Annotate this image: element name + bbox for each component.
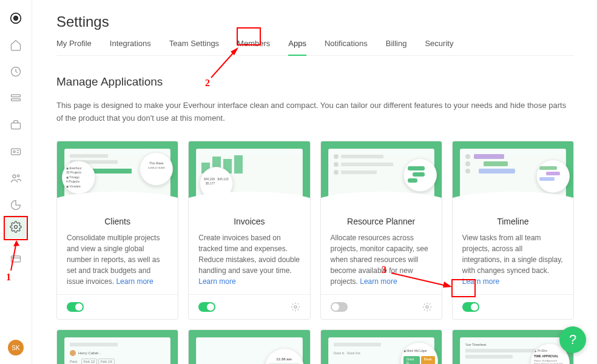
card-title: Timeline — [462, 217, 564, 226]
card-image: 11:36 am Task details: schedule assig... — [189, 330, 309, 364]
card-title: Invoices — [198, 217, 300, 226]
svg-point-1 — [14, 16, 18, 21]
toggle-clients[interactable] — [67, 302, 84, 312]
card-image: ◉ Everhour30 Projects◉ Trivago4 Projects… — [57, 141, 178, 208]
card-clients: ◉ Everhour30 Projects◉ Trivago4 Projects… — [56, 141, 178, 320]
card-timeline: Timeline View tasks from all team projec… — [452, 141, 574, 320]
gear-icon[interactable] — [291, 302, 300, 312]
team-icon[interactable] — [8, 171, 23, 186]
tab-team-settings[interactable]: Team Settings — [169, 39, 219, 55]
card-image — [453, 141, 573, 208]
page-title: Settings — [56, 13, 574, 30]
tab-integrations[interactable]: Integrations — [110, 39, 151, 55]
toggle-invoices[interactable] — [198, 302, 215, 312]
annotation-label-1: 1 — [6, 272, 11, 283]
card-image: $45,200 $45,123 $5,177 — [189, 141, 309, 208]
card-desc: Create invoices based on tracked time an… — [198, 232, 300, 287]
card-row2-2: 11:36 am Task details: schedule assig... — [188, 329, 310, 364]
tab-my-profile[interactable]: My Profile — [56, 39, 92, 55]
learn-more-link[interactable]: Learn more — [116, 277, 153, 286]
gear-icon[interactable] — [422, 302, 432, 312]
svg-rect-11 — [12, 256, 21, 262]
svg-point-7 — [13, 150, 15, 152]
learn-more-link[interactable]: Learn more — [462, 277, 499, 286]
card-image: Your Timesheet ◉ 7h 00m TIME APPROVAL St… — [453, 330, 573, 364]
svg-point-14 — [426, 306, 428, 308]
id-icon[interactable] — [8, 144, 23, 159]
projects-icon[interactable] — [8, 91, 23, 106]
card-desc: Consolidate multiple projects and view a… — [67, 232, 168, 287]
logo-icon[interactable] — [8, 11, 23, 25]
tab-notifications[interactable]: Notifications — [325, 39, 368, 55]
tab-apps[interactable]: Apps — [288, 39, 306, 55]
svg-point-13 — [294, 306, 297, 308]
wallet-icon[interactable] — [8, 251, 23, 266]
svg-rect-3 — [12, 95, 21, 96]
help-button[interactable]: ? — [559, 326, 586, 353]
card-row2-1: Harry Callah... Paid Feb 12 Feb 16 — [56, 329, 178, 364]
tab-security[interactable]: Security — [425, 39, 453, 55]
svg-rect-6 — [12, 149, 21, 155]
card-desc: View tasks from all team projects, acros… — [462, 232, 564, 287]
sidebar: SK — [0, 0, 32, 364]
annotation-label-2: 2 — [205, 78, 210, 89]
card-image: Clock In Clock Out ◉ Mark McColgar Clock… — [321, 330, 442, 364]
briefcase-icon[interactable] — [8, 118, 23, 132]
card-image: Harry Callah... Paid Feb 12 Feb 16 — [57, 330, 178, 364]
tab-members[interactable]: Members — [237, 39, 270, 55]
card-resource-planner: Resource Planner Allocate resources acro… — [320, 141, 442, 320]
card-desc: Allocate resources across projects, moni… — [331, 232, 432, 287]
svg-point-12 — [15, 226, 18, 229]
card-invoices: $45,200 $45,123 $5,177 Invoices Create i… — [188, 141, 310, 320]
toggle-resource-planner[interactable] — [331, 302, 348, 312]
section-desc: This page is designed to make your Everh… — [56, 99, 574, 125]
toggle-timeline[interactable] — [462, 302, 479, 312]
annotation-label-3: 3 — [382, 265, 386, 275]
app-cards: ◉ Everhour30 Projects◉ Trivago4 Projects… — [56, 141, 574, 364]
card-image — [321, 141, 442, 208]
card-row2-3: Clock In Clock Out ◉ Mark McColgar Clock… — [320, 329, 442, 364]
learn-more-link[interactable]: Learn more — [360, 277, 397, 286]
avatar[interactable]: SK — [8, 340, 24, 356]
svg-point-9 — [18, 175, 19, 177]
tabs: My Profile Integrations Team Settings Me… — [56, 39, 574, 56]
svg-rect-4 — [12, 99, 21, 101]
main-content: Settings My Profile Integrations Team Se… — [32, 0, 597, 364]
clock-icon[interactable] — [8, 64, 23, 79]
section-title: Manage Applications — [56, 75, 574, 89]
svg-point-8 — [13, 175, 16, 178]
piechart-icon[interactable] — [8, 198, 23, 212]
home-icon[interactable] — [8, 38, 23, 52]
learn-more-link[interactable]: Learn more — [198, 277, 235, 286]
svg-rect-5 — [12, 123, 21, 129]
settings-icon[interactable] — [4, 215, 27, 238]
card-title: Clients — [67, 217, 168, 226]
card-title: Resource Planner — [331, 217, 432, 226]
card-row2-4: Your Timesheet ◉ 7h 00m TIME APPROVAL St… — [452, 329, 574, 364]
tab-billing[interactable]: Billing — [386, 39, 407, 55]
